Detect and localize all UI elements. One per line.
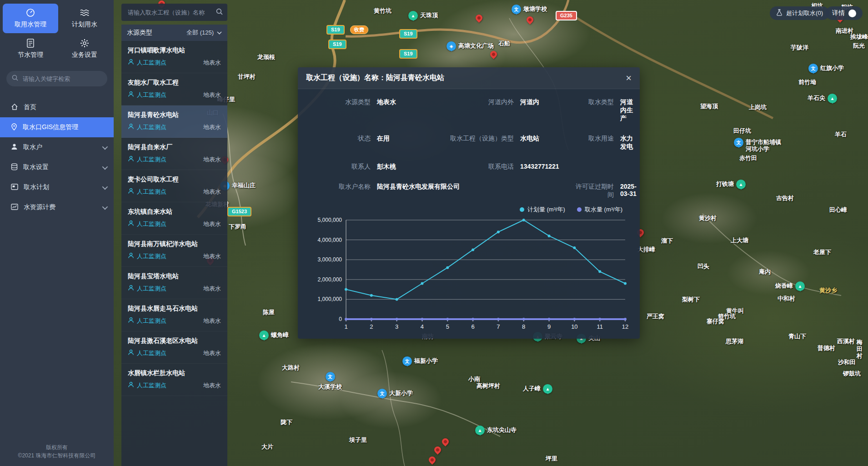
map-poi-school[interactable]: 文墩塘学校 [512, 5, 547, 14]
station-name: 陆河县宝塔水电站 [128, 272, 221, 281]
filter-value-dropdown[interactable]: 全部 (125) [186, 29, 222, 37]
road-badge: G235 [556, 11, 577, 20]
copyright-line2: ©2021 珠海市仁智科技有限公司 [0, 451, 114, 460]
station-list-item[interactable]: 陆河县激石溪老区水电站人工监测点地表水 [121, 331, 227, 364]
database-icon [11, 163, 18, 172]
station-list-item[interactable]: 陆河县自来水厂人工监测点地表水 [121, 138, 227, 170]
station-list-item[interactable]: 东坑镇自来水站人工监测点地表水 [121, 202, 227, 235]
app-tile-2[interactable]: 节水管理 [3, 34, 58, 64]
mountain-pin-icon[interactable]: ▲ [259, 331, 269, 340]
station-list-item[interactable]: 友能水厂取水工程人工监测点地表水 [121, 73, 227, 105]
station-detail-modal: 取水工程（设施）名称：陆河县青砼水电站 × 水源类型地表水河道内外河道内取水类型… [298, 67, 640, 339]
copyright-line1: 版权所有 [0, 443, 114, 451]
sidebar-item-2[interactable]: 取水户 [0, 137, 114, 157]
map-poi-school[interactable]: 文普宁市船埔镇 河坑小学 [734, 138, 781, 152]
station-list-item[interactable]: 陆河县宝塔水电站人工监测点地表水 [121, 267, 227, 299]
svg-text:5,000,000: 5,000,000 [318, 217, 342, 223]
monitor-type: 人工监测点 [137, 91, 166, 99]
station-list-item[interactable]: 河口镇唱歌潭水电站人工监测点地表水 [121, 41, 227, 73]
school-pin-icon[interactable]: 文 [808, 64, 818, 73]
station-search[interactable] [121, 4, 227, 21]
field-label: 水源类型 [309, 98, 377, 123]
map-poi-school[interactable]: 文大溪学校 [318, 372, 342, 390]
mountain-pin-icon[interactable]: ▲ [795, 281, 805, 291]
school-pin-icon[interactable]: 文 [734, 138, 743, 147]
svg-text:2: 2 [370, 323, 373, 330]
mountain-pin-icon[interactable]: ▲ [408, 11, 418, 20]
map-poi-temple[interactable]: ▲东坑尖山寺 [475, 426, 517, 435]
school-pin-icon[interactable]: 文 [326, 372, 335, 381]
map-place-label: 陇下 [281, 419, 292, 426]
toggle-knob-icon[interactable] [848, 10, 856, 17]
chart-icon [11, 204, 18, 211]
station-list-item[interactable]: 陆河县青砼水电站人工监测点地表水 [121, 105, 227, 138]
station-list-item[interactable]: 麦卡公司取水工程人工监测点地表水 [121, 170, 227, 202]
intake-chart: 计划量 (m³/年)取水量 (m³/年) 01,000,0002,000,000… [298, 199, 640, 337]
map-poi-mountain[interactable]: 打铁塘▲ [716, 180, 746, 189]
map-place-label: 凹头 [697, 263, 709, 270]
app-tile-1[interactable]: 计划用水 [58, 4, 111, 33]
app-tile-0[interactable]: 取用水管理 [3, 4, 58, 33]
sidebar-search[interactable] [6, 71, 107, 86]
temple-pin-icon[interactable]: ▲ [475, 426, 485, 435]
field-value: 2025-03-31 [620, 183, 637, 199]
poi-label: 东坑尖山寺 [487, 426, 517, 433]
search-icon[interactable] [216, 8, 223, 17]
sidebar-item-3[interactable]: 取水设置 [0, 157, 114, 177]
sidebar-search-input[interactable] [22, 75, 102, 83]
map-poi-mountain[interactable]: ▲螺角嶂 [259, 331, 289, 340]
menu-label: 水资源计费 [24, 203, 97, 211]
legend-item[interactable]: 计划量 (m³/年) [520, 205, 565, 214]
person-icon [128, 59, 134, 67]
map-place-label: 锣鼓坑 [843, 370, 861, 377]
sidebar-item-5[interactable]: 水资源计费 [0, 197, 114, 217]
station-list-item[interactable]: 陆河县水唇走马石水电站人工监测点地表水 [121, 299, 227, 331]
legend-item[interactable]: 取水量 (m³/年) [577, 205, 622, 214]
svg-text:12: 12 [622, 323, 628, 330]
mountain-pin-icon[interactable]: ▲ [828, 94, 837, 103]
over-plan-intake-button[interactable]: 超计划取水(0) [770, 6, 829, 20]
close-icon[interactable]: × [626, 74, 632, 83]
sidebar-item-0[interactable]: 首页 [0, 97, 114, 117]
tile-label: 计划用水 [72, 20, 97, 29]
map-place-label: 老屋下 [813, 249, 831, 256]
poi-label: 高塘文化广场 [458, 42, 494, 49]
field-value: 河道内生产 [620, 98, 637, 123]
water-source-type: 地表水 [203, 381, 221, 390]
menu-label: 取水户 [23, 143, 97, 151]
sidebar-item-4[interactable]: 取水计划 [0, 177, 114, 197]
map-poi-school[interactable]: 文福新小学 [402, 356, 438, 366]
map-poi-mountain[interactable]: 烧香嶂▲ [775, 281, 805, 291]
field-value: 水力发电 [620, 135, 637, 151]
mountain-pin-icon[interactable]: ▲ [736, 180, 746, 189]
map-poi-school[interactable]: 文大新小学 [377, 389, 413, 398]
map-poi-school[interactable]: 文红旗小学 [808, 64, 844, 73]
mountain-pin-icon[interactable]: ▲ [543, 384, 552, 394]
school-pin-icon[interactable]: 文 [377, 389, 387, 398]
poi-label: 幸福山庄 [232, 182, 256, 189]
water-source-type: 地表水 [203, 349, 221, 357]
map-place-label: 望海顶 [700, 103, 718, 110]
map-poi-mountain[interactable]: ▲天珠顶 [408, 11, 438, 20]
school-pin-icon[interactable]: 文 [402, 356, 412, 366]
map-poi-info[interactable]: ◈高塘文化广场 [447, 41, 494, 51]
map-poi-mountain[interactable]: 人子嶂▲ [523, 384, 552, 394]
over-plan-intake-label: 超计划取水(0) [786, 9, 823, 17]
chevron-down-icon [102, 144, 108, 150]
station-search-input[interactable] [127, 9, 212, 16]
water-source-type: 地表水 [203, 123, 221, 131]
map-poi-mountain[interactable]: 羊石尖▲ [808, 94, 837, 103]
map-place-label: 大排嶂 [637, 246, 655, 253]
sidebar-item-1[interactable]: 取水口GIS信息管理 [0, 117, 114, 137]
school-pin-icon[interactable]: 文 [512, 5, 521, 14]
station-list-item[interactable]: 陆河县南万镇杞洋水电站人工监测点地表水 [121, 235, 227, 267]
poi-label: 福新小学 [414, 357, 438, 364]
card-icon [11, 184, 18, 191]
water-source-type: 地表水 [203, 252, 221, 261]
monitor-type: 人工监测点 [137, 285, 166, 293]
info-pin-icon[interactable]: ◈ [447, 41, 456, 51]
app-tile-3[interactable]: 业务设置 [58, 34, 111, 64]
detail-toggle[interactable]: 详情 [826, 6, 863, 20]
water-source-type: 地表水 [203, 220, 221, 228]
station-list-item[interactable]: 水唇镇水栏肚水电站人工监测点地表水 [121, 364, 227, 396]
